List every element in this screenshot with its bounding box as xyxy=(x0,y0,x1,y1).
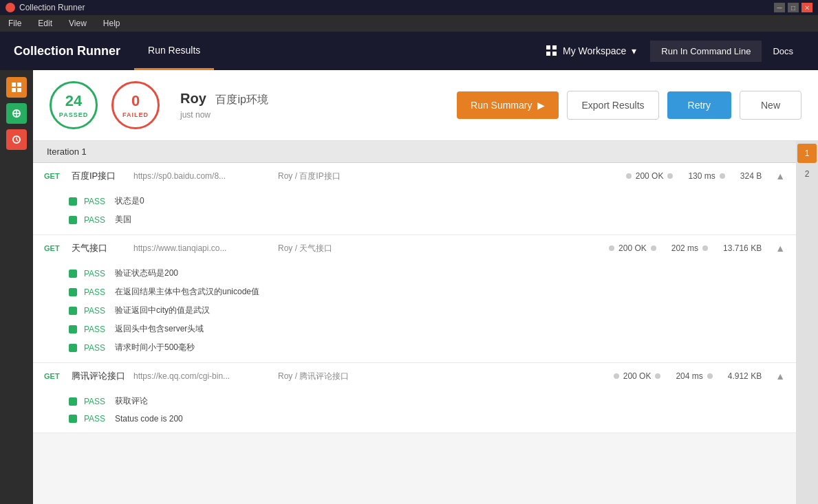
request-url: https://www.tianqiapi.co... xyxy=(133,243,271,253)
size-dot xyxy=(707,373,713,379)
collection-sidebar-icon[interactable] xyxy=(6,77,27,98)
nav-brand: Collection Runner xyxy=(14,44,120,58)
close-button[interactable]: ✕ xyxy=(801,3,812,12)
request-header[interactable]: GET 腾讯评论接口 https://ke.qq.com/cgi-bin... … xyxy=(33,363,796,389)
svg-rect-2 xyxy=(12,88,16,92)
run-summary-arrow: ▶ xyxy=(537,100,545,111)
minimize-button[interactable]: ─ xyxy=(774,3,785,12)
test-item: PASS 美国 xyxy=(69,210,796,229)
request-name: 天气接口 xyxy=(72,242,127,254)
time-dot xyxy=(667,173,673,179)
method-badge: GET xyxy=(44,172,65,180)
grid-icon xyxy=(546,45,557,56)
method-badge: GET xyxy=(44,372,65,380)
summary-actions: Run Summary ▶ Export Results Retry New xyxy=(457,91,801,120)
test-name: 返回头中包含server头域 xyxy=(115,323,204,335)
menu-view[interactable]: View xyxy=(66,17,89,30)
failed-label: FAILED xyxy=(122,111,149,118)
maximize-button[interactable]: □ xyxy=(788,3,799,12)
tab-run-results[interactable]: Run Results xyxy=(134,32,214,70)
main-panel: 24 PASSED 0 FAILED Roy 百度ip环境 just now R… xyxy=(33,70,818,504)
request-size: 13.716 KB xyxy=(723,243,762,253)
time-dot xyxy=(651,245,656,251)
request-row: GET 百度IP接口 https://sp0.baidu.com/8... Ro… xyxy=(33,163,796,235)
size-dot xyxy=(702,245,708,251)
test-item: PASS 状态是0 xyxy=(69,192,796,210)
run-summary-button[interactable]: Run Summary ▶ xyxy=(457,91,559,119)
request-size: 324 B xyxy=(740,171,762,181)
status-dot xyxy=(626,173,632,179)
collapse-button[interactable]: ▲ xyxy=(775,171,785,182)
run-info: Roy 百度ip环境 just now xyxy=(180,91,268,120)
menu-help[interactable]: Help xyxy=(100,17,123,30)
test-results: PASS 状态是0 PASS 美国 xyxy=(33,189,796,234)
menu-bar: File Edit View Help xyxy=(0,15,818,32)
request-row: GET 腾讯评论接口 https://ke.qq.com/cgi-bin... … xyxy=(33,363,796,433)
request-time: 202 ms xyxy=(671,243,698,253)
run-environment: 百度ip环境 xyxy=(215,94,268,105)
request-header[interactable]: GET 天气接口 https://www.tianqiapi.co... Roy… xyxy=(33,235,796,261)
status-dot xyxy=(614,373,619,379)
status-code: 200 OK xyxy=(618,243,647,253)
left-sidebar xyxy=(0,70,33,504)
test-name: Status code is 200 xyxy=(115,414,183,424)
history-sidebar-icon[interactable] xyxy=(6,129,27,150)
time-dot xyxy=(655,373,660,379)
new-button[interactable]: New xyxy=(740,91,801,120)
method-badge: GET xyxy=(44,244,65,252)
test-status-label: PASS xyxy=(84,343,108,353)
window-controls[interactable]: ─ □ ✕ xyxy=(774,3,812,12)
iteration-header: Iteration 1 xyxy=(33,141,796,163)
menu-edit[interactable]: Edit xyxy=(35,17,55,30)
test-dot xyxy=(69,288,77,296)
failed-circle: 0 FAILED xyxy=(111,81,160,129)
run-name: Roy xyxy=(180,91,206,106)
request-size: 4.912 KB xyxy=(728,371,762,381)
menu-file[interactable]: File xyxy=(6,17,24,30)
test-item: PASS Status code is 200 xyxy=(69,410,796,427)
passed-count: 24 xyxy=(65,92,82,110)
request-url: https://sp0.baidu.com/8... xyxy=(133,171,271,181)
test-dot xyxy=(69,415,77,423)
request-header[interactable]: GET 百度IP接口 https://sp0.baidu.com/8... Ro… xyxy=(33,163,796,189)
test-item: PASS 获取评论 xyxy=(69,392,796,410)
test-dot xyxy=(69,307,77,315)
request-collection: Roy / 天气接口 xyxy=(278,243,602,254)
request-time: 204 ms xyxy=(676,371,702,381)
test-dot xyxy=(69,397,77,406)
test-item: PASS 验证状态码是200 xyxy=(69,264,796,283)
run-command-line-button[interactable]: Run In Command Line xyxy=(650,41,762,62)
passed-label: PASSED xyxy=(59,111,88,118)
svg-rect-3 xyxy=(17,88,21,92)
docs-button[interactable]: Docs xyxy=(762,41,804,62)
request-time: 130 ms xyxy=(688,171,715,181)
test-item: PASS 返回头中包含server头域 xyxy=(69,320,796,338)
test-status-label: PASS xyxy=(84,306,108,316)
results-content: Iteration 1 GET 百度IP接口 https://sp0.baidu… xyxy=(33,141,796,504)
title-bar: Collection Runner ─ □ ✕ xyxy=(0,0,818,15)
test-name: 美国 xyxy=(115,214,131,226)
workspace-selector[interactable]: My Workspace ▾ xyxy=(546,45,636,56)
app-icon xyxy=(6,3,15,12)
workspace-chevron: ▾ xyxy=(632,45,636,56)
test-name: 在返回结果主体中包含武汉的unicode值 xyxy=(115,286,259,298)
collapse-button[interactable]: ▲ xyxy=(775,243,785,254)
collapse-button[interactable]: ▲ xyxy=(775,371,785,382)
test-results: PASS 获取评论 PASS Status code is 200 xyxy=(33,389,796,432)
svg-rect-0 xyxy=(12,83,16,87)
failed-count: 0 xyxy=(131,92,140,110)
size-dot xyxy=(720,173,725,179)
run-time: just now xyxy=(180,110,268,120)
request-status: 200 OK 204 ms 4.912 KB xyxy=(614,371,762,381)
iteration-number-1[interactable]: 1 xyxy=(797,144,817,163)
test-status-label: PASS xyxy=(84,215,108,225)
retry-button[interactable]: Retry xyxy=(667,91,731,119)
summary-bar: 24 PASSED 0 FAILED Roy 百度ip环境 just now R… xyxy=(33,70,818,141)
svg-rect-1 xyxy=(17,83,21,87)
export-results-button[interactable]: Export Results xyxy=(567,91,658,120)
test-dot xyxy=(69,216,77,224)
env-sidebar-icon[interactable] xyxy=(6,103,27,124)
request-status: 200 OK 202 ms 13.716 KB xyxy=(609,243,762,253)
iteration-number-2[interactable]: 2 xyxy=(797,164,817,184)
request-name: 腾讯评论接口 xyxy=(72,370,127,382)
